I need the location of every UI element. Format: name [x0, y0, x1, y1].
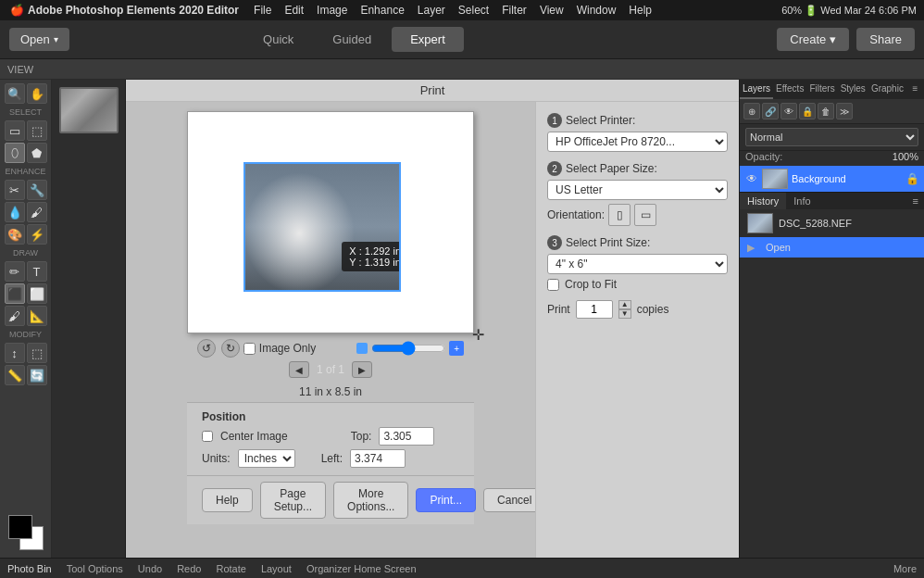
bottombar-rotate[interactable]: Rotate [216, 563, 245, 574]
create-button[interactable]: Create ▾ [777, 28, 849, 51]
bottombar-more[interactable]: More [893, 563, 917, 574]
share-button[interactable]: Share [856, 28, 915, 51]
image-only-checkbox[interactable] [243, 343, 256, 355]
crop-tool[interactable]: ✂ [5, 180, 25, 200]
tab-info[interactable]: Info [786, 193, 818, 209]
lasso-tool[interactable]: ⬚ [27, 120, 47, 141]
quick-selection-tool[interactable]: ⬟ [27, 143, 47, 163]
open-button[interactable]: Open ▾ [9, 28, 69, 51]
tab-guided[interactable]: Guided [314, 27, 390, 52]
tab-quick[interactable]: Quick [244, 27, 312, 52]
bottombar-undo[interactable]: Undo [138, 563, 162, 574]
tab-expert[interactable]: Expert [392, 27, 464, 52]
bottombar-organizer[interactable]: Organizer Home Screen [306, 563, 417, 574]
tab-filters[interactable]: Filters [806, 80, 837, 99]
hand-tool[interactable]: ✋ [27, 83, 47, 104]
menu-layer[interactable]: Layer [412, 2, 451, 19]
center-image-checkbox[interactable] [202, 431, 213, 442]
landscape-icon[interactable]: ▭ [634, 204, 656, 226]
layer-visibility-btn[interactable]: 👁 [780, 103, 797, 119]
menu-file[interactable]: File [248, 2, 277, 19]
zoom-tool[interactable]: 🔍 [5, 83, 25, 104]
filmstrip [52, 80, 126, 558]
burn-tool[interactable]: ⚡ [27, 224, 47, 245]
print-size-select[interactable]: 4" x 6" [547, 254, 728, 274]
menu-enhance[interactable]: Enhance [355, 2, 409, 19]
history-item-0[interactable]: DSC_5288.NEF [740, 209, 924, 237]
top-input[interactable] [379, 427, 434, 446]
menu-window[interactable]: Window [571, 2, 622, 19]
prev-page-btn[interactable]: ◀ [289, 361, 309, 378]
redo-btn[interactable]: ↻ [221, 339, 240, 358]
tab-history[interactable]: History [740, 193, 786, 209]
history-item-1[interactable]: ▶ Open [740, 237, 924, 258]
menu-image[interactable]: Image [311, 2, 353, 19]
text-tool[interactable]: T [27, 261, 47, 282]
redeye-tool[interactable]: 🔧 [27, 180, 47, 200]
ruler-tool[interactable]: 📏 [5, 365, 25, 385]
pencil-tool[interactable]: 🖌 [5, 306, 25, 326]
zoom-max-icon[interactable]: + [449, 341, 464, 356]
layer-lock-btn[interactable]: 🔒 [799, 103, 816, 119]
copies-decrement-btn[interactable]: ▼ [618, 309, 631, 319]
paint-bucket-tool[interactable]: ⬜ [27, 283, 47, 304]
zoom-slider[interactable] [371, 341, 445, 356]
tab-layers[interactable]: Layers [740, 80, 773, 99]
background-layer-row[interactable]: 👁 Background 🔒 [740, 166, 924, 192]
bottombar-redo[interactable]: Redo [177, 563, 201, 574]
gradient-tool[interactable]: 📐 [27, 306, 47, 326]
copies-input[interactable] [576, 300, 613, 319]
rect-select-tool[interactable]: ▭ [5, 120, 25, 141]
eraser-tool[interactable]: ⬛ [5, 283, 25, 304]
printer-select[interactable]: HP OfficeJet Pro 8720... [547, 132, 728, 152]
magic-wand-tool[interactable]: ⬯ [5, 143, 25, 163]
tab-styles[interactable]: Styles [838, 80, 868, 99]
dialog-buttons: Help Page Setup... More Options... Print… [187, 475, 474, 524]
bottombar-tool-options[interactable]: Tool Options [67, 563, 123, 574]
portrait-icon[interactable]: ▯ [608, 204, 631, 226]
bottombar-photo-bin[interactable]: Photo Bin [7, 563, 52, 574]
bottombar-layout[interactable]: Layout [261, 563, 292, 574]
foreground-color-swatch[interactable] [8, 515, 32, 539]
next-page-btn[interactable]: ▶ [352, 361, 372, 378]
view-label: VIEW [7, 64, 33, 75]
crop-to-fit-checkbox[interactable] [547, 279, 559, 291]
page-dimensions: 11 in x 8.5 in [299, 385, 362, 398]
blend-mode-select[interactable]: Normal [745, 128, 918, 146]
history-panel-menu[interactable]: ≡ [907, 193, 924, 209]
more-panel-btn[interactable]: ≫ [836, 103, 853, 119]
healing-tool[interactable]: 💧 [5, 202, 25, 222]
tab-graphic[interactable]: Graphic [868, 80, 906, 99]
layer-visibility-eye[interactable]: 👁 [745, 172, 758, 185]
page-setup-button[interactable]: Page Setup... [260, 482, 326, 519]
left-input[interactable] [350, 449, 406, 468]
help-button[interactable]: Help [202, 488, 253, 512]
paper-select[interactable]: US Letter [547, 180, 728, 200]
rotate-tool[interactable]: 🔄 [27, 365, 47, 385]
units-row: Units: Inches Left: [202, 449, 459, 468]
clone-tool[interactable]: 🖌 [27, 202, 47, 222]
detail-brush-tool[interactable]: ⬚ [27, 343, 47, 363]
menu-filter[interactable]: Filter [496, 2, 532, 19]
units-select[interactable]: Inches [238, 449, 295, 468]
brush-tool[interactable]: ✏ [5, 261, 25, 282]
copies-increment-btn[interactable]: ▲ [618, 300, 631, 309]
tab-effects[interactable]: Effects [773, 80, 806, 99]
layer-link-btn[interactable]: 🔗 [762, 103, 779, 119]
image-on-paper[interactable]: X : 1.292 in Y : 1.319 in [243, 162, 401, 292]
center-image-row: Center Image Top: [202, 427, 459, 446]
more-options-button[interactable]: More Options... [333, 482, 408, 519]
new-layer-btn[interactable]: ⊕ [743, 103, 760, 119]
menu-view[interactable]: View [534, 2, 569, 19]
panel-menu-icon[interactable]: ≡ [906, 80, 924, 99]
undo-btn[interactable]: ↺ [197, 339, 216, 358]
print-button[interactable]: Print... [416, 488, 476, 512]
menu-help[interactable]: Help [623, 2, 657, 19]
menu-edit[interactable]: Edit [279, 2, 309, 19]
smart-brush-tool[interactable]: ↕ [5, 343, 25, 363]
layer-delete-btn[interactable]: 🗑 [818, 103, 834, 119]
filmstrip-thumb[interactable] [59, 87, 119, 133]
blur-tool[interactable]: 🎨 [5, 224, 25, 245]
color-swatches[interactable] [8, 515, 44, 550]
menu-select[interactable]: Select [453, 2, 494, 19]
